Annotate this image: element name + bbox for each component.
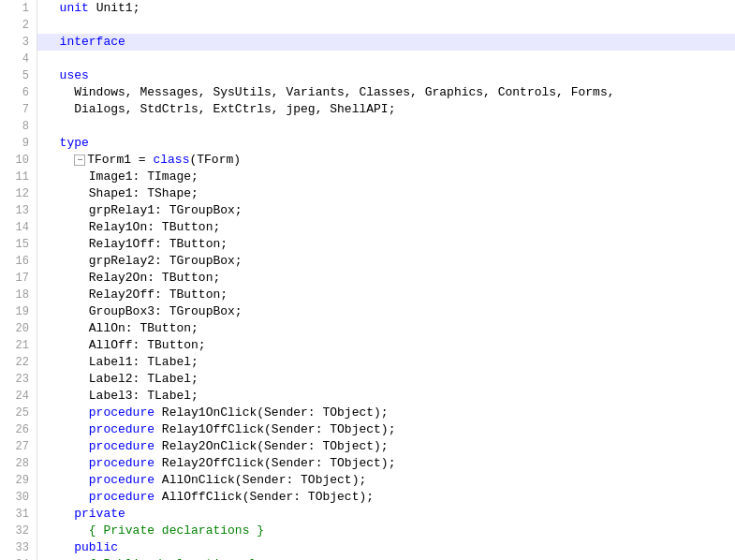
code-line: AllOff: TButton;: [37, 337, 735, 354]
code-line: grpRelay2: TGroupBox;: [37, 253, 735, 270]
collapse-icon[interactable]: −: [74, 155, 85, 166]
code-line: private: [37, 506, 735, 523]
code-editor: 1234567891011121314151617181920212223242…: [0, 0, 735, 560]
line-number: 33: [4, 539, 29, 556]
code-line: procedure Relay1OffClick(Sender: TObject…: [37, 421, 735, 438]
code-line: procedure AllOnClick(Sender: TObject);: [37, 472, 735, 489]
token-normal: Relay1Off: TButton;: [89, 237, 228, 251]
line-number: 4: [4, 51, 29, 67]
code-line: unit Unit1;: [37, 0, 735, 17]
token-normal: TForm1 =: [87, 153, 153, 167]
line-number: 27: [4, 438, 29, 455]
line-number: 34: [4, 556, 29, 560]
token-normal: Relay2OffClick(Sender: TObject);: [154, 456, 395, 470]
code-line: GroupBox3: TGroupBox;: [37, 303, 735, 320]
code-line: Dialogs, StdCtrls, ExtCtrls, jpeg, Shell…: [37, 101, 735, 118]
token-normal: AllOnClick(Sender: TObject);: [154, 473, 366, 487]
line-number: 18: [4, 287, 29, 303]
line-number: 24: [4, 388, 29, 405]
line-number: 29: [4, 472, 29, 489]
line-numbers: 1234567891011121314151617181920212223242…: [0, 0, 37, 560]
line-number: 21: [4, 337, 29, 354]
code-line: { Public declarations }: [37, 556, 735, 560]
token-normal: Relay2Off: TButton;: [89, 287, 228, 302]
line-number: 8: [4, 118, 29, 135]
token-normal: Windows, Messages, SysUtils, Variants, C…: [74, 85, 614, 99]
code-line: procedure Relay2OnClick(Sender: TObject)…: [37, 438, 735, 455]
token-normal: AllOff: TButton;: [89, 338, 206, 352]
code-line: { Private declarations }: [37, 523, 735, 539]
code-line: Relay2On: TButton;: [37, 270, 735, 287]
token-normal: Relay2On: TButton;: [89, 271, 220, 285]
token-normal: Label2: TLabel;: [89, 372, 198, 386]
line-number: 22: [4, 354, 29, 371]
code-line: Image1: TImage;: [37, 169, 735, 185]
token-kw: class: [153, 153, 189, 167]
line-number: 32: [4, 523, 29, 539]
line-number: 15: [4, 236, 29, 253]
line-number: 30: [4, 489, 29, 506]
code-content[interactable]: unit Unit1; interface uses Windows, Mess…: [37, 0, 735, 560]
line-number: 28: [4, 455, 29, 472]
token-kw: unit: [60, 1, 89, 15]
token-kw: procedure: [89, 456, 154, 470]
code-line: public: [37, 539, 735, 556]
code-line: [37, 17, 735, 34]
code-line: Label2: TLabel;: [37, 371, 735, 388]
token-normal: Dialogs, StdCtrls, ExtCtrls, jpeg, Shell…: [74, 102, 395, 116]
line-number: 3: [4, 34, 29, 51]
token-normal: Unit1;: [89, 1, 140, 15]
token-kw: public: [74, 540, 118, 554]
line-number: 2: [4, 17, 29, 34]
code-line: type: [37, 135, 735, 152]
line-number: 12: [4, 185, 29, 202]
token-normal: Label3: TLabel;: [89, 389, 198, 403]
line-number: 31: [4, 506, 29, 523]
line-number: 14: [4, 219, 29, 236]
token-normal: Relay1OnClick(Sender: TObject);: [154, 405, 389, 420]
line-number: 10: [4, 152, 29, 169]
line-number: 19: [4, 303, 29, 320]
token-kw: private: [74, 507, 125, 521]
token-kw: procedure: [89, 405, 154, 420]
code-line: uses: [37, 67, 735, 84]
code-line: Relay1On: TButton;: [37, 219, 735, 236]
line-number: 17: [4, 270, 29, 287]
line-number: 9: [4, 135, 29, 152]
line-number: 26: [4, 421, 29, 438]
token-normal: AllOn: TButton;: [89, 321, 198, 335]
token-comment: { Private declarations }: [89, 523, 264, 538]
token-normal: Relay1On: TButton;: [89, 220, 220, 234]
token-normal: grpRelay1: TGroupBox;: [89, 203, 243, 217]
code-line: −TForm1 = class(TForm): [37, 152, 735, 169]
token-kw: procedure: [89, 439, 154, 453]
code-line: Shape1: TShape;: [37, 185, 735, 202]
token-normal: (TForm): [189, 153, 241, 167]
code-line: procedure Relay2OffClick(Sender: TObject…: [37, 455, 735, 472]
line-number: 5: [4, 67, 29, 84]
token-kw: procedure: [89, 490, 154, 504]
token-normal: AllOffClick(Sender: TObject);: [154, 490, 374, 504]
token-kw: uses: [60, 68, 89, 82]
code-line: interface: [37, 34, 735, 51]
code-line: Label3: TLabel;: [37, 388, 735, 405]
code-line: procedure Relay1OnClick(Sender: TObject)…: [37, 405, 735, 421]
token-normal: grpRelay2: TGroupBox;: [89, 254, 243, 268]
line-number: 20: [4, 320, 29, 337]
line-number: 23: [4, 371, 29, 388]
line-number: 25: [4, 405, 29, 421]
line-number: 1: [4, 0, 29, 17]
line-number: 13: [4, 202, 29, 219]
token-normal: Label1: TLabel;: [89, 355, 198, 369]
token-normal: Relay2OnClick(Sender: TObject);: [154, 439, 389, 453]
token-kw: procedure: [89, 473, 154, 487]
token-normal: Relay1OffClick(Sender: TObject);: [154, 422, 395, 436]
line-number: 16: [4, 253, 29, 270]
line-number: 11: [4, 169, 29, 185]
token-normal: GroupBox3: TGroupBox;: [89, 304, 243, 318]
token-normal: Shape1: TShape;: [89, 186, 198, 200]
code-line: AllOn: TButton;: [37, 320, 735, 337]
token-normal: Image1: TImage;: [89, 169, 198, 184]
code-line: Label1: TLabel;: [37, 354, 735, 371]
code-line: Relay1Off: TButton;: [37, 236, 735, 253]
